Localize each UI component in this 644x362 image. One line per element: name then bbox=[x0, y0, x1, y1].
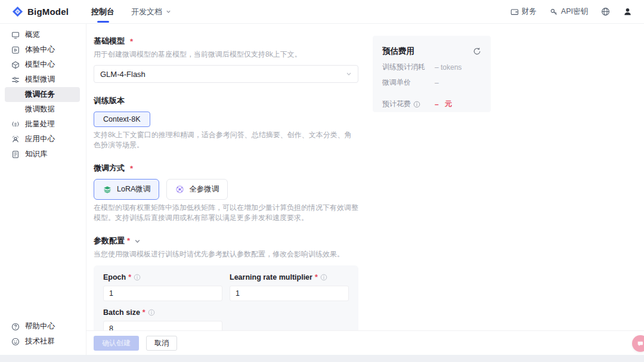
lora-method-card[interactable]: LoRA微调 bbox=[94, 179, 159, 200]
info-icon[interactable] bbox=[148, 309, 155, 316]
cancel-button[interactable]: 取消 bbox=[146, 336, 177, 351]
learning-rate-field: Learning rate multiplier bbox=[230, 273, 349, 301]
base-model-label: 基础模型 bbox=[94, 36, 358, 47]
epoch-input[interactable] bbox=[103, 286, 222, 301]
section-train-version: 训练版本 Context-8K 支持8k上下文窗口的推理和精调，适合参考问答、总… bbox=[94, 95, 358, 150]
user-avatar-button[interactable] bbox=[623, 7, 632, 16]
estimated-cost-unit: 元 bbox=[445, 99, 452, 109]
globe-icon bbox=[601, 7, 610, 16]
base-model-select[interactable]: GLM-4-Flash bbox=[94, 65, 358, 83]
lora-layers-icon bbox=[103, 185, 112, 194]
tune-method-label: 微调方式 bbox=[94, 163, 358, 174]
base-model-desc: 用于创建微调模型的基座模型，当前微调后模型仅支持8k上下文。 bbox=[94, 49, 358, 60]
document-icon bbox=[11, 150, 20, 159]
base-model-value: GLM-4-Flash bbox=[100, 70, 345, 79]
nav-console[interactable]: 控制台 bbox=[91, 0, 114, 24]
section-tune-method: 微调方式 LoRA微调 全参微调 bbox=[94, 163, 358, 223]
wallet-icon bbox=[510, 8, 519, 16]
finetune-form: 基础模型 用于创建微调模型的基座模型，当前微调后模型仅支持8k上下文。 GLM-… bbox=[94, 36, 358, 330]
estimated-cost-value: – bbox=[435, 100, 439, 109]
form-footer: 确认创建 取消 bbox=[86, 330, 644, 355]
help-icon bbox=[11, 322, 20, 331]
info-icon[interactable] bbox=[320, 274, 327, 281]
experience-icon bbox=[11, 45, 20, 54]
tune-method-desc: 在模型的现有权重矩阵中添加低秩矩阵，可以在增加少量计算负担的情况下有效调整模型。… bbox=[94, 203, 358, 223]
sidebar-item-knowledge-base[interactable]: 知识库 bbox=[0, 147, 81, 162]
main-nav: 控制台 开发文档 bbox=[91, 0, 171, 24]
chevron-down-icon bbox=[166, 9, 171, 14]
key-icon bbox=[550, 8, 558, 16]
epoch-label: Epoch bbox=[103, 273, 131, 281]
params-header[interactable]: 参数配置 bbox=[94, 236, 358, 246]
main-content: 基础模型 用于创建微调模型的基座模型，当前微调后模型仅支持8k上下文。 GLM-… bbox=[86, 24, 644, 355]
cost-row-tokens: 训练预计消耗 – tokens bbox=[382, 62, 481, 72]
sidebar: 概览 体验中心 模型中心 模型微调 微调任务 微调数据 bbox=[0, 24, 86, 355]
section-params: 参数配置 当您使用微调模板进行训练时请优先参考默认参数配置，修改会影响训练效果。… bbox=[94, 236, 358, 330]
app-center-icon bbox=[11, 135, 20, 144]
brand-logo[interactable]: BigModel bbox=[12, 6, 69, 17]
smile-icon bbox=[11, 337, 20, 346]
batch-size-label: Batch size bbox=[103, 308, 145, 317]
info-icon[interactable] bbox=[413, 101, 420, 108]
sliders-icon bbox=[11, 75, 20, 84]
cost-row-unit-price: 微调单价 – bbox=[382, 78, 481, 88]
batch-size-field: Batch size bbox=[103, 308, 222, 330]
epoch-field: Epoch bbox=[103, 273, 222, 301]
params-label: 参数配置 bbox=[94, 236, 130, 246]
sidebar-item-batch-processing[interactable]: 批量处理 bbox=[0, 117, 81, 132]
brand-name: BigModel bbox=[27, 7, 69, 17]
batch-icon bbox=[11, 120, 20, 129]
params-panel: Epoch Learning rate multiplier bbox=[94, 265, 358, 330]
cost-panel-title: 预估费用 bbox=[382, 46, 414, 57]
sidebar-item-experience-center[interactable]: 体验中心 bbox=[0, 42, 81, 57]
confirm-create-button[interactable]: 确认创建 bbox=[94, 336, 139, 351]
sidebar-item-tech-community[interactable]: 技术社群 bbox=[0, 334, 81, 349]
params-desc: 当您使用微调模板进行训练时请优先参考默认参数配置，修改会影响训练效果。 bbox=[94, 249, 358, 259]
chevron-down-icon bbox=[346, 71, 352, 77]
support-widget[interactable] bbox=[632, 335, 644, 352]
sidebar-item-app-center[interactable]: 应用中心 bbox=[0, 132, 81, 147]
cost-row-total: 预计花费 – 元 bbox=[382, 99, 481, 109]
finance-link[interactable]: 财务 bbox=[510, 7, 537, 17]
nav-docs[interactable]: 开发文档 bbox=[131, 0, 171, 24]
context-8k-option[interactable]: Context-8K bbox=[94, 112, 150, 127]
info-icon[interactable] bbox=[134, 274, 141, 281]
sidebar-item-model-center[interactable]: 模型中心 bbox=[0, 57, 81, 72]
overview-icon bbox=[11, 30, 20, 39]
sidebar-item-overview[interactable]: 概览 bbox=[0, 27, 81, 42]
full-param-sphere-icon bbox=[175, 185, 184, 194]
api-keys-link[interactable]: API密钥 bbox=[550, 7, 588, 17]
refresh-icon[interactable] bbox=[473, 47, 481, 55]
sidebar-item-model-finetune[interactable]: 模型微调 bbox=[0, 72, 81, 87]
full-param-method-card[interactable]: 全参微调 bbox=[166, 179, 228, 200]
train-version-label: 训练版本 bbox=[94, 95, 358, 106]
section-base-model: 基础模型 用于创建微调模型的基座模型，当前微调后模型仅支持8k上下文。 GLM-… bbox=[94, 36, 358, 83]
collapse-chevron-icon bbox=[134, 238, 141, 245]
cost-estimate-panel: 预估费用 训练预计消耗 – tokens 微调单价 – 预计花费 bbox=[373, 36, 491, 112]
cube-icon bbox=[11, 60, 20, 69]
top-navbar: BigModel 控制台 开发文档 财务 API密钥 bbox=[0, 0, 644, 24]
train-version-desc: 支持8k上下文窗口的推理和精调，适合参考问答、总结摘要、创作、文本分类、角色扮演… bbox=[94, 130, 358, 150]
sidebar-item-help-center[interactable]: 帮助中心 bbox=[0, 319, 81, 334]
bigmodel-logo-icon bbox=[12, 6, 23, 17]
support-chat-icon bbox=[637, 340, 644, 348]
sidebar-item-finetune-data[interactable]: 微调数据 bbox=[0, 102, 81, 117]
batch-size-input[interactable] bbox=[103, 321, 222, 330]
learning-rate-input[interactable] bbox=[230, 286, 349, 301]
learning-rate-label: Learning rate multiplier bbox=[230, 273, 318, 281]
user-icon bbox=[623, 7, 632, 16]
sidebar-item-finetune-tasks[interactable]: 微调任务 bbox=[5, 87, 80, 102]
language-globe-button[interactable] bbox=[601, 7, 610, 16]
